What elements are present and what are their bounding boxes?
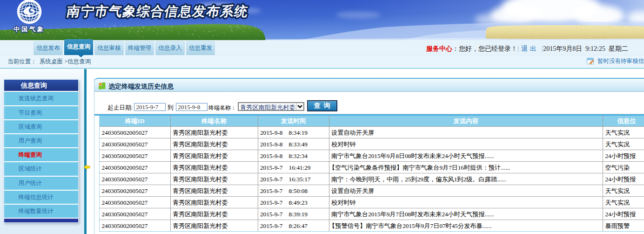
svg-text:中国气象: 中国气象 — [13, 26, 45, 33]
svg-text:南宁市气象综合信息发布系统: 南宁市气象综合信息发布系统 — [66, 4, 250, 19]
